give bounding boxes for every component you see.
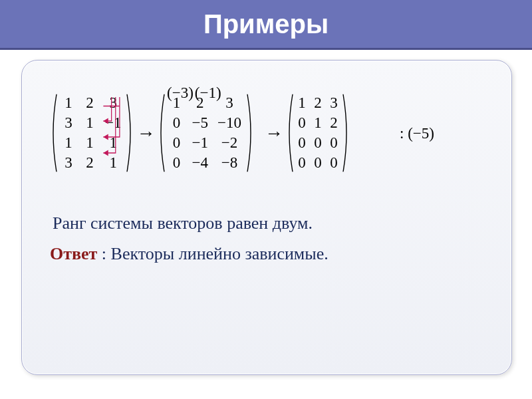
cell: 2 xyxy=(79,153,100,173)
cell: 1 xyxy=(79,113,100,133)
cell: 0 xyxy=(310,133,326,153)
matrix-a-table: 123 31−1 111 321 xyxy=(58,93,126,173)
cell: −4 xyxy=(187,153,212,173)
matrix-b: 123 0−5−10 0−1−2 0−4−8 xyxy=(159,93,252,173)
paren-right-icon xyxy=(246,93,255,173)
rank-statement: Ранг системы векторов равен двум. xyxy=(53,213,313,233)
cell: −1 xyxy=(187,133,212,153)
cell: −8 xyxy=(213,153,246,173)
arrow-icon: → xyxy=(265,122,283,144)
cell: 2 xyxy=(310,93,326,113)
paren-right-icon xyxy=(342,93,351,173)
math-area: 123 31−1 111 321 xyxy=(49,76,495,190)
cell: −10 xyxy=(213,113,246,133)
cell: 0 xyxy=(326,153,342,173)
cell: 2 xyxy=(79,93,100,113)
title-banner: Примеры xyxy=(0,0,532,48)
cell: 1 xyxy=(100,133,126,153)
slide-title: Примеры xyxy=(0,0,532,48)
cell: 0 xyxy=(166,153,187,173)
factor: (−3) xyxy=(167,84,194,101)
factor: (−1) xyxy=(195,84,221,101)
banner-underline xyxy=(0,48,532,50)
cell: 0 xyxy=(310,153,326,173)
cell: −5 xyxy=(187,113,212,133)
row-op-factors-1: (−3)(−1) xyxy=(167,84,223,102)
cell: −1 xyxy=(100,113,126,133)
cell: 0 xyxy=(326,133,342,153)
cell: 1 xyxy=(100,153,126,173)
answer-line: Ответ : Векторы линейно зависимые. xyxy=(50,244,329,264)
cell: 3 xyxy=(58,113,79,133)
cell: 3 xyxy=(58,153,79,173)
cell: 2 xyxy=(326,113,342,133)
cell: 0 xyxy=(166,113,187,133)
matrix-c: 123 012 000 000 xyxy=(287,93,348,173)
cell: 1 xyxy=(310,113,326,133)
cell: 0 xyxy=(166,133,187,153)
cell: 3 xyxy=(100,93,126,113)
paren-left-icon xyxy=(285,93,294,173)
cell: 1 xyxy=(294,93,310,113)
cell: 3 xyxy=(326,93,342,113)
paren-left-icon xyxy=(49,93,58,173)
content-card: 123 31−1 111 321 xyxy=(21,60,512,375)
row-op-factor-2: : (−5) xyxy=(400,125,434,142)
matrix-a: 123 31−1 111 321 xyxy=(51,93,132,173)
cell: 1 xyxy=(58,93,79,113)
answer-text: : Векторы линейно зависимые. xyxy=(97,244,328,263)
answer-label: Ответ xyxy=(50,244,97,263)
paren-left-icon xyxy=(156,93,166,173)
paren-right-icon xyxy=(126,93,135,173)
matrix-c-table: 123 012 000 000 xyxy=(294,93,342,173)
cell: 1 xyxy=(58,133,79,153)
cell: 0 xyxy=(294,113,310,133)
cell: 0 xyxy=(294,153,310,173)
cell: 1 xyxy=(79,133,100,153)
slide: Примеры 123 31−1 111 321 xyxy=(0,0,532,399)
arrow-icon: → xyxy=(136,122,155,144)
cell: 0 xyxy=(294,133,310,153)
cell: −2 xyxy=(213,133,246,153)
matrix-b-table: 123 0−5−10 0−1−2 0−4−8 xyxy=(166,93,245,173)
